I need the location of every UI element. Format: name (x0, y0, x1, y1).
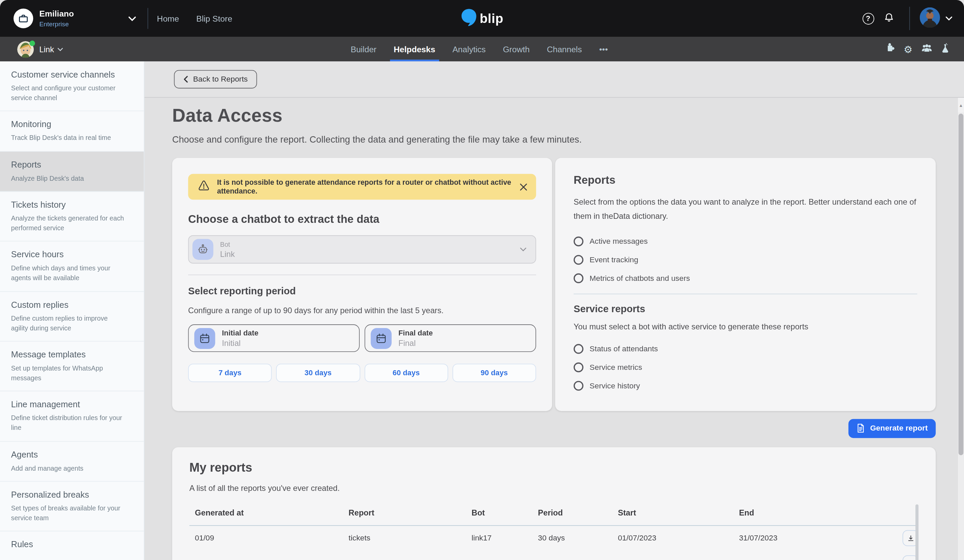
initial-date-input[interactable]: Initial date Initial (188, 324, 360, 352)
radio-event-tracking[interactable]: Event tracking (573, 250, 917, 269)
sidebar-item-tickets-history[interactable]: Tickets history Analyze the tickets gene… (0, 192, 144, 242)
date-range-inputs: Initial date Initial Final date (188, 324, 536, 352)
table-row: 01/09 tickets link17 30 days 01/07/2023 … (189, 526, 918, 551)
gear-icon: ⚙ (904, 43, 912, 55)
warning-close-button[interactable] (519, 183, 528, 191)
range-7-days-button[interactable]: 7 days (188, 364, 272, 382)
help-button[interactable]: ? (858, 8, 879, 29)
radio-label: Active messages (589, 237, 648, 245)
org-switcher[interactable]: Emiliano Enterprise (13, 9, 137, 28)
extensions-button[interactable] (880, 40, 899, 58)
radio-service-history[interactable]: Service history (573, 376, 917, 395)
bot-switcher[interactable]: Link (17, 41, 63, 57)
tab-growth[interactable]: Growth (494, 37, 538, 62)
sidebar-item-customer-service-channels[interactable]: Customer service channels Select and con… (0, 62, 144, 111)
final-date-input[interactable]: Final date Final (365, 324, 536, 352)
tab-more[interactable]: ••• (591, 37, 616, 62)
sidebar-item-custom-replies[interactable]: Custom replies Define custom replies to … (0, 292, 144, 341)
bell-icon (883, 11, 895, 26)
sidebar-item-rules[interactable]: Rules (0, 531, 144, 560)
col-report: Report (348, 508, 471, 517)
period-section-heading: Select reporting period (188, 286, 536, 297)
table-scrollbar[interactable] (915, 504, 918, 560)
main-area: Back to Reports Data Access Choose and c… (145, 62, 964, 560)
tab-helpdesks[interactable]: Helpdesks (385, 37, 444, 62)
radio-label: Service metrics (589, 363, 642, 372)
sidebar-item-desc: Analyze the tickets generated for each p… (11, 213, 125, 233)
account-menu[interactable] (920, 7, 953, 30)
radio-label: Metrics of chatbots and users (589, 274, 690, 282)
briefcase-icon (13, 9, 33, 28)
bot-select[interactable]: Bot Link (188, 235, 536, 264)
report-config-card: It is not possible to generate attendanc… (172, 158, 552, 411)
chevron-left-icon (183, 76, 188, 83)
report-options: Active messages Event tracking Metrics o… (573, 232, 917, 287)
sidebar-item-message-templates[interactable]: Message templates Set up templates for W… (0, 341, 144, 391)
tab-analytics[interactable]: Analytics (444, 37, 494, 62)
page-body: Customer service channels Select and con… (0, 62, 964, 560)
section-divider (573, 293, 917, 294)
robot-icon (192, 239, 213, 260)
generate-report-label: Generate report (870, 424, 928, 433)
content-scroll-area[interactable]: Data Access Choose and configure the rep… (145, 98, 964, 560)
team-button[interactable] (917, 40, 936, 58)
sidebar-item-service-hours[interactable]: Service hours Define which days and time… (0, 242, 144, 291)
warning-banner: It is not possible to generate attendanc… (188, 174, 536, 200)
sidebar-item-title: Agents (11, 450, 125, 459)
table-header-row: Generated at Report Bot Period Start End (189, 508, 918, 526)
notifications-button[interactable] (879, 8, 900, 29)
radio-service-metrics[interactable]: Service metrics (573, 358, 917, 376)
radio-icon (573, 362, 583, 372)
bot-name: Link (39, 44, 54, 54)
chevron-down-icon (57, 47, 63, 51)
labs-button[interactable] (936, 40, 954, 58)
module-tabs: Builder Helpdesks Analytics Growth Chann… (342, 37, 616, 62)
settings-button[interactable]: ⚙ (899, 40, 917, 58)
org-name: Emiliano (39, 9, 74, 19)
page-scrollbar[interactable]: ▲ (958, 98, 964, 560)
topbar-right: ? (858, 7, 953, 30)
sidebar-item-title: Message templates (11, 350, 125, 359)
sidebar-item-agents[interactable]: Agents Add and manage agents (0, 442, 144, 481)
chevron-down-icon (945, 16, 953, 21)
scrollbar-up-button[interactable]: ▲ (958, 98, 964, 113)
sidebar-item-monitoring[interactable]: Monitoring Track Blip Desk's data in rea… (0, 111, 144, 151)
sidebar-item-desc: Add and manage agents (11, 463, 125, 473)
my-reports-subtitle: A list of all the reports you've ever cr… (189, 483, 918, 492)
sidebar-item-title: Custom replies (11, 299, 125, 309)
range-60-days-button[interactable]: 60 days (365, 364, 448, 382)
sidebar-item-desc: Set types of breaks available for your s… (11, 503, 125, 523)
back-strip: Back to Reports (145, 62, 964, 98)
close-icon (519, 183, 528, 191)
sidebar-item-personalized-breaks[interactable]: Personalized breaks Set types of breaks … (0, 481, 144, 531)
navbar-icons: ⚙ (880, 40, 954, 58)
tab-channels[interactable]: Channels (538, 37, 591, 62)
radio-label: Status of attendants (589, 344, 658, 353)
scrollbar-thumb[interactable] (959, 114, 964, 455)
cell-end: 31/07/2023 (739, 534, 894, 542)
generate-report-button[interactable]: Generate report (848, 419, 936, 438)
online-status-dot (29, 40, 35, 45)
tab-builder[interactable]: Builder (342, 37, 385, 62)
radio-icon (573, 344, 583, 353)
nav-home[interactable]: Home (157, 14, 179, 23)
radio-active-messages[interactable]: Active messages (573, 232, 917, 250)
col-generated-at: Generated at (195, 508, 349, 517)
initial-date-texts: Initial date Initial (222, 329, 259, 347)
radio-metrics-of-chatbots-and-users[interactable]: Metrics of chatbots and users (573, 269, 917, 287)
nav-blip-store[interactable]: Blip Store (196, 14, 233, 23)
range-90-days-button[interactable]: 90 days (453, 364, 536, 382)
top-bar: Emiliano Enterprise Home Blip Store blip… (0, 0, 964, 37)
warning-text: It is not possible to generate attendanc… (217, 178, 519, 195)
sidebar-item-title: Monitoring (11, 119, 125, 129)
puzzle-icon (884, 43, 895, 56)
radio-label: Event tracking (589, 255, 638, 264)
initial-date-label: Initial date (222, 329, 259, 338)
range-30-days-button[interactable]: 30 days (276, 364, 360, 382)
sidebar-item-line-management[interactable]: Line management Define ticket distributi… (0, 391, 144, 442)
radio-status-of-attendants[interactable]: Status of attendants (573, 339, 917, 358)
sidebar-item-reports[interactable]: Reports Analyze Blip Desk's data (0, 151, 144, 192)
col-end: End (739, 508, 894, 517)
back-to-reports-button[interactable]: Back to Reports (174, 70, 257, 89)
col-bot: Bot (472, 508, 538, 517)
